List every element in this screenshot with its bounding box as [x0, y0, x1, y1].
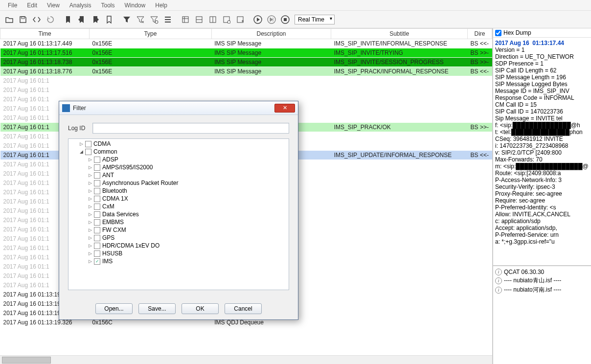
realtime-combo[interactable]: Real Time: [295, 15, 335, 24]
tree-node[interactable]: ▷EMBMS: [69, 218, 288, 226]
logid-input[interactable]: [92, 123, 289, 134]
play-icon[interactable]: [251, 13, 264, 26]
info-item[interactable]: i---- nubiato河南.isf ----: [495, 285, 589, 295]
checkbox[interactable]: [94, 157, 100, 163]
menu-analysis[interactable]: Analysis: [65, 1, 96, 10]
col-dire[interactable]: Dire: [468, 29, 492, 39]
bookmark-add-icon[interactable]: [62, 13, 74, 26]
tree-node[interactable]: ▷ANT: [69, 171, 288, 179]
tree-node[interactable]: ▷GPS: [69, 234, 288, 242]
bookmark-clear-icon[interactable]: [103, 13, 115, 26]
checkbox[interactable]: [85, 149, 91, 155]
checkbox[interactable]: [94, 219, 100, 226]
tree-node[interactable]: ▷CDMA 1X: [69, 195, 288, 203]
col-subtitle[interactable]: Subtitle: [331, 29, 468, 39]
chevron-icon[interactable]: ▷: [87, 259, 93, 264]
table-row[interactable]: 2017 Aug 16 01:13:18.7760x156EIMS SIP Me…: [0, 67, 492, 76]
table-add1-icon[interactable]: [179, 13, 192, 26]
table-row[interactable]: 2017 Aug 16 01:1: [0, 76, 492, 86]
tree-node[interactable]: ◢Common: [69, 148, 288, 156]
checkbox[interactable]: [94, 250, 100, 257]
chevron-icon[interactable]: ▷: [87, 243, 93, 248]
chevron-icon[interactable]: ▷: [87, 181, 93, 185]
checkbox[interactable]: [94, 204, 100, 210]
chevron-icon[interactable]: ▷: [87, 235, 93, 240]
col-description[interactable]: Description: [211, 29, 331, 39]
table-row[interactable]: 2017 Aug 16 01:1: [0, 86, 492, 95]
tree-node[interactable]: ▷HSUSB: [69, 250, 288, 257]
refresh-icon[interactable]: [44, 13, 57, 26]
checkbox[interactable]: [94, 172, 100, 179]
chevron-icon[interactable]: ▷: [87, 173, 93, 178]
checkbox[interactable]: [94, 164, 100, 171]
menu-file[interactable]: File: [3, 1, 22, 10]
table-add3-icon[interactable]: [206, 13, 219, 26]
checkbox[interactable]: [94, 227, 100, 233]
chevron-icon[interactable]: ▷: [87, 220, 93, 225]
chevron-icon[interactable]: ▷: [87, 157, 93, 162]
col-time[interactable]: Time: [0, 29, 90, 39]
checkbox[interactable]: [94, 188, 100, 194]
checkbox[interactable]: [94, 235, 100, 241]
chevron-icon[interactable]: ▷: [87, 196, 93, 201]
chevron-icon[interactable]: ▷: [87, 251, 93, 256]
chevron-icon[interactable]: ▷: [87, 165, 93, 170]
table-add2-icon[interactable]: [193, 13, 205, 26]
chevron-icon[interactable]: ▷: [87, 204, 93, 209]
menu-tools[interactable]: Tools: [96, 1, 120, 10]
menu-edit[interactable]: Edit: [22, 1, 42, 10]
step-icon[interactable]: [265, 13, 278, 26]
tree-node[interactable]: ▷FW CXM: [69, 226, 288, 234]
tree-node[interactable]: ▷CxM: [69, 203, 288, 210]
menu-window[interactable]: Window: [120, 1, 151, 10]
chevron-icon[interactable]: ◢: [78, 149, 84, 154]
h-scrollbar[interactable]: [0, 355, 492, 364]
checkbox[interactable]: ✓: [94, 258, 100, 265]
dialog-titlebar[interactable]: Filter ✕: [59, 101, 298, 115]
filter-config-icon[interactable]: [148, 13, 160, 26]
chevron-icon[interactable]: ▷: [87, 228, 93, 232]
menu-help[interactable]: Help: [150, 1, 172, 10]
code-icon[interactable]: [30, 13, 43, 26]
tree-node[interactable]: ▷ADSP: [69, 156, 288, 163]
menu-view[interactable]: View: [42, 1, 65, 10]
ok-button[interactable]: OK: [182, 303, 219, 314]
cancel-button[interactable]: Cancel: [225, 303, 262, 314]
bookmark-prev-icon[interactable]: [75, 13, 88, 26]
col-type[interactable]: Type: [90, 29, 212, 39]
hexdump-check[interactable]: [495, 30, 501, 36]
tree-node[interactable]: ▷✓IMS: [69, 257, 288, 265]
checkbox[interactable]: [94, 180, 100, 186]
table-add5-icon[interactable]: [234, 13, 247, 26]
tree-node[interactable]: ▷HDR/CDMA 1xEV DO: [69, 242, 288, 250]
stop-icon[interactable]: [279, 13, 292, 26]
save-button[interactable]: Save...: [138, 303, 176, 314]
tree-node[interactable]: ▷Asynchronous Packet Router: [69, 179, 288, 187]
table-row[interactable]: 2017 Aug 16 01:13:17.5160x156EIMS SIP Me…: [0, 48, 492, 58]
tree-node[interactable]: ▷CDMA: [69, 140, 288, 148]
info-item[interactable]: iQCAT 06.30.30: [495, 268, 589, 276]
chevron-icon[interactable]: ▷: [87, 188, 93, 193]
chevron-icon[interactable]: ▷: [87, 212, 93, 217]
checkbox[interactable]: [94, 196, 100, 202]
bookmark-next-icon[interactable]: [89, 13, 102, 26]
tree-node[interactable]: ▷Data Services: [69, 210, 288, 218]
tree-node[interactable]: ▷AMPS/IS95/IS2000: [69, 163, 288, 171]
filter-icon[interactable]: [120, 13, 133, 26]
table-row[interactable]: 2017 Aug 16 01:13:17.4490x156EIMS SIP Me…: [0, 39, 492, 48]
info-item[interactable]: i---- nubiato青山.isf ----: [495, 276, 589, 285]
chevron-icon[interactable]: ▷: [78, 141, 84, 146]
table-row[interactable]: 2017 Aug 16 01:13:18.7380x156EIMS SIP Me…: [0, 58, 492, 67]
hex-panel[interactable]: 2017 Aug 16 01:13:17.44Version = 1Direct…: [493, 38, 591, 266]
filter-clear-icon[interactable]: [134, 13, 147, 26]
tree-node[interactable]: ▷Bluetooth: [69, 187, 288, 195]
save-icon[interactable]: [17, 13, 29, 26]
close-icon[interactable]: ✕: [274, 104, 295, 113]
table-add4-icon[interactable]: [220, 13, 233, 26]
checkbox[interactable]: [94, 211, 100, 218]
filter-list-icon[interactable]: [161, 13, 174, 26]
filter-tree[interactable]: ▷CDMA◢Common▷ADSP▷AMPS/IS95/IS2000▷ANT▷A…: [68, 138, 289, 290]
checkbox[interactable]: [94, 243, 100, 249]
open-button[interactable]: Open...: [95, 303, 133, 314]
checkbox[interactable]: [85, 141, 91, 147]
